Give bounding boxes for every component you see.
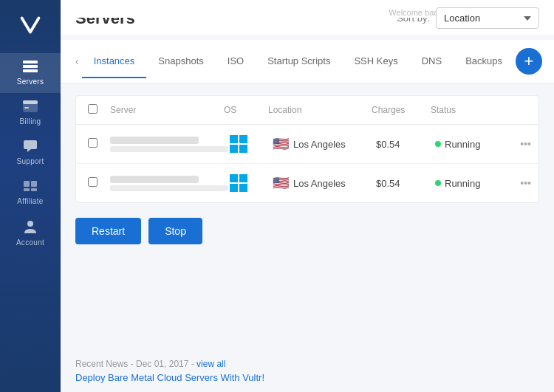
svg-rect-4 [23, 100, 38, 104]
svg-rect-17 [230, 184, 238, 192]
row1-status-dot [435, 141, 441, 147]
row2-status-dot [435, 180, 441, 186]
table-row: 🇺🇸 Los Angeles $0.54 Running ••• [76, 125, 538, 164]
col-location: Location [268, 105, 372, 115]
svg-rect-18 [239, 184, 247, 192]
row1-charges: $0.54 [376, 139, 435, 150]
svg-rect-16 [239, 174, 247, 182]
news-meta: Recent News - Dec 01, 2017 - view all [75, 359, 539, 369]
servers-icon [23, 61, 38, 75]
row1-server-info [110, 137, 228, 152]
server-table: Server OS Location Charges Status [75, 95, 539, 203]
svg-rect-5 [24, 107, 29, 109]
sidebar-item-support[interactable]: Support [0, 133, 61, 173]
billing-icon [23, 100, 38, 114]
row1-menu[interactable]: ••• [509, 138, 531, 150]
sidebar: Servers Billing Support [0, 0, 61, 392]
sidebar-item-billing[interactable]: Billing [0, 93, 61, 133]
row1-location: 🇺🇸 Los Angeles [273, 136, 376, 152]
row1-server-ip [110, 146, 228, 152]
sidebar-item-affiliate[interactable]: Affiliate [0, 173, 61, 213]
svg-rect-0 [23, 61, 38, 63]
select-all-input[interactable] [88, 104, 98, 114]
row2-checkbox-input[interactable] [88, 177, 98, 187]
svg-rect-9 [31, 188, 37, 191]
row2-location: 🇺🇸 Los Angeles [273, 175, 376, 191]
restart-button[interactable]: Restart [75, 218, 141, 244]
svg-rect-11 [230, 135, 238, 143]
svg-rect-2 [23, 69, 38, 72]
svg-rect-13 [230, 145, 238, 153]
svg-rect-6 [24, 181, 30, 187]
col-charges: Charges [372, 105, 431, 115]
row1-server-name [110, 137, 199, 144]
sort-select[interactable]: Location Name Status Charges [436, 7, 539, 29]
stop-button[interactable]: Stop [148, 218, 202, 244]
sidebar-item-account-label: Account [16, 238, 44, 247]
sidebar-item-servers[interactable]: Servers [0, 53, 61, 93]
col-server: Server [110, 105, 224, 115]
row2-os-icon [228, 173, 249, 193]
svg-point-10 [27, 221, 33, 227]
content-area: Server OS Location Charges Status [61, 83, 554, 353]
support-icon [23, 140, 38, 154]
row1-checkbox-input[interactable] [88, 138, 98, 148]
news-headline[interactable]: Deploy Bare Metal Cloud Servers With Vul… [75, 372, 264, 383]
sort-label: Sort by: [397, 13, 430, 24]
tab-navigation: ‹ Instances Snapshots ISO Startup Script… [61, 40, 554, 83]
page-title: Servers [75, 9, 135, 34]
table-row: 🇺🇸 Los Angeles $0.54 Running ••• [76, 164, 538, 202]
tab-ssh-keys[interactable]: SSH Keys [342, 45, 409, 78]
affiliate-icon [23, 180, 38, 194]
row1-os-icon [228, 134, 249, 154]
row1-checkbox[interactable] [88, 137, 110, 151]
row2-flag: 🇺🇸 [273, 175, 289, 191]
row2-charges: $0.54 [376, 178, 435, 189]
row2-checkbox[interactable] [88, 176, 110, 190]
svg-rect-8 [24, 188, 30, 191]
svg-rect-7 [31, 181, 37, 187]
add-server-button[interactable]: + [516, 48, 542, 75]
svg-rect-14 [239, 145, 247, 153]
svg-rect-12 [239, 135, 247, 143]
tab-prev-chevron[interactable]: ‹ [72, 47, 82, 76]
row1-flag: 🇺🇸 [273, 136, 289, 152]
svg-rect-1 [23, 65, 38, 68]
select-all-checkbox[interactable] [88, 103, 110, 117]
view-all-link[interactable]: view all [196, 359, 225, 369]
svg-rect-15 [230, 174, 238, 182]
table-header: Server OS Location Charges Status [76, 96, 538, 125]
row2-menu[interactable]: ••• [509, 177, 531, 189]
tab-iso[interactable]: ISO [216, 45, 256, 78]
sidebar-item-account[interactable]: Account [0, 213, 61, 254]
col-status: Status [431, 105, 505, 115]
logo [14, 9, 47, 41]
row2-status: Running [435, 178, 509, 189]
row2-server-name [110, 176, 199, 183]
main-content: Servers Sort by: Location Name Status Ch… [61, 0, 554, 392]
col-os: OS [224, 105, 268, 115]
row1-status: Running [435, 139, 509, 150]
sidebar-item-servers-label: Servers [17, 78, 44, 86]
tab-instances[interactable]: Instances [82, 45, 147, 78]
action-buttons: Restart Stop [75, 218, 539, 244]
tab-startup-scripts[interactable]: Startup Scripts [256, 45, 342, 78]
sidebar-item-billing-label: Billing [20, 117, 41, 125]
tab-backups[interactable]: Backups [454, 45, 514, 78]
sidebar-item-affiliate-label: Affiliate [17, 197, 43, 205]
account-icon [23, 220, 38, 235]
row2-server-ip [110, 185, 228, 191]
news-bar: Recent News - Dec 01, 2017 - view all De… [61, 353, 554, 392]
sidebar-item-support-label: Support [16, 157, 44, 165]
tab-dns[interactable]: DNS [410, 45, 454, 78]
row2-server-info [110, 176, 228, 191]
tab-snapshots[interactable]: Snapshots [146, 45, 215, 78]
